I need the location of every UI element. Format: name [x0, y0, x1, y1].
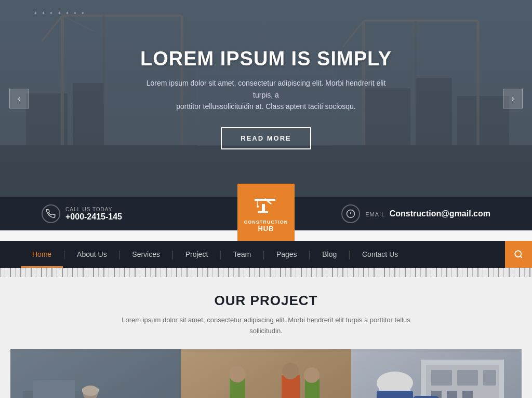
svg-point-36: [257, 205, 259, 208]
contact-bar: CALL US TODAY +000-2415-145: [0, 197, 532, 230]
crane-icon: [252, 193, 280, 217]
hero-subtitle: Lorem ipsum dolor sit amet, consectetur …: [141, 77, 391, 112]
svg-rect-51: [10, 349, 181, 398]
hero-section: ✦ ✦ ✦ ✦ ✦ ✦ ✦ ‹ LOREM IPSUM IS SIMPLY Lo…: [0, 0, 532, 197]
logo-text-line1: CONSTRUCTION: [244, 219, 288, 225]
phone-icon: [42, 204, 60, 223]
nav-item-home[interactable]: Home: [21, 241, 63, 268]
nav-item-about[interactable]: About Us: [65, 241, 118, 268]
nav-item-contact[interactable]: Contact Us: [351, 241, 409, 268]
project-grid: LOREM IPSUM LOREM IPSUM DOLOR SIT ›: [10, 349, 522, 398]
our-project-section: OUR PROJECT Lorem ipsum dolor sit amet, …: [0, 277, 532, 398]
project-card-2[interactable]: [181, 349, 351, 398]
phone-value: +000-2415-145: [65, 212, 122, 222]
phone-contact: CALL US TODAY +000-2415-145: [42, 204, 122, 223]
svg-text:✦ ✦ ✦ ✦ ✦ ✦ ✦: ✦ ✦ ✦ ✦ ✦ ✦ ✦: [34, 11, 86, 16]
ruler-top: [0, 268, 532, 277]
project-card-3[interactable]: [351, 349, 522, 398]
hero-title: LOREM IPSUM IS SIMPLY: [140, 48, 392, 70]
nav-item-pages[interactable]: Pages: [265, 241, 309, 268]
svg-point-37: [259, 212, 261, 213]
hero-next-button[interactable]: ›: [503, 89, 523, 108]
hero-content: LOREM IPSUM IS SIMPLY Lorem ipsum dolor …: [140, 48, 392, 149]
nav-item-blog[interactable]: Blog: [311, 241, 348, 268]
nav-item-services[interactable]: Services: [121, 241, 171, 268]
section-description: Lorem ipsum dolor sit amet, consectetur …: [115, 315, 417, 337]
project-card-1[interactable]: LOREM IPSUM LOREM IPSUM DOLOR SIT ›: [10, 349, 181, 398]
hero-cta-button[interactable]: READ MORE: [221, 127, 311, 149]
svg-point-38: [264, 212, 266, 213]
svg-rect-84: [351, 349, 522, 398]
section-title: OUR PROJECT: [10, 293, 522, 309]
nav-items: Home | About Us | Services | Project | T…: [21, 241, 505, 268]
email-icon: [341, 204, 360, 223]
logo[interactable]: CONSTRUCTION HUB: [237, 184, 295, 241]
nav-item-team[interactable]: Team: [222, 241, 262, 268]
email-label: EMAIL: [365, 211, 385, 217]
svg-point-42: [515, 251, 521, 257]
email-contact: EMAIL Construction@gmail.com: [341, 204, 490, 223]
email-value: Construction@gmail.com: [390, 209, 490, 218]
nav-search-button[interactable]: [505, 241, 532, 268]
phone-label: CALL US TODAY: [65, 207, 122, 212]
logo-text-line2: HUB: [258, 225, 274, 232]
svg-rect-68: [181, 349, 351, 398]
navbar: Home | About Us | Services | Project | T…: [0, 241, 532, 268]
svg-rect-31: [262, 204, 265, 211]
ruler-marks: [0, 268, 532, 277]
nav-item-project[interactable]: Project: [174, 241, 220, 268]
hero-prev-button[interactable]: ‹: [9, 89, 29, 108]
svg-line-43: [520, 256, 522, 257]
